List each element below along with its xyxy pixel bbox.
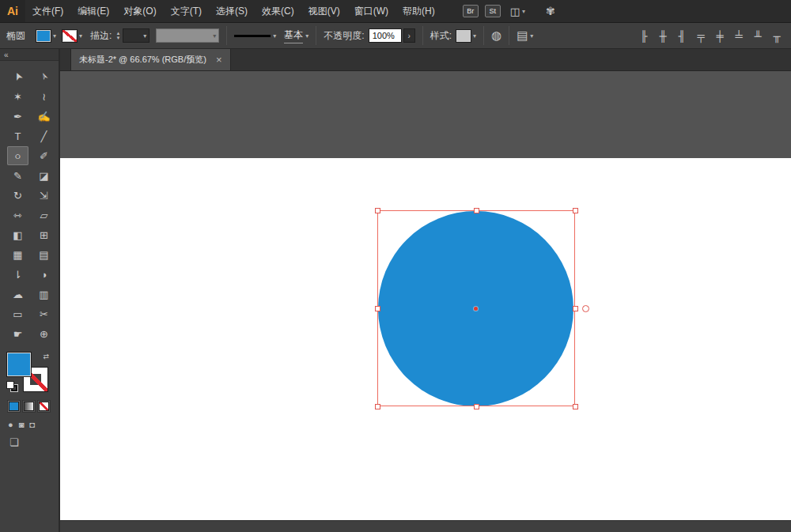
tools-grid: ➤ ➢ ✶ ≀ ✒ ✍ T ╱ ○ ✐ ✎ ◪ ↻ ⇲ ⇿ ▱ ◧ ⊞ ▦ ▤ … [0,61,59,343]
align-h-center-icon[interactable]: ╫ [655,30,671,42]
menu-select[interactable]: 选择(S) [209,0,255,22]
chevron-down-icon[interactable]: ▾ [305,32,308,40]
shaper-tool[interactable]: ✍ [33,107,55,126]
style-caret-icon[interactable]: ▾ [473,32,476,40]
gradient-button[interactable] [22,400,36,413]
chevron-down-icon: ▾ [143,32,146,40]
stepper-down-icon[interactable]: ▼ [115,36,120,40]
width-tool[interactable]: ⇿ [7,206,28,224]
hand-tool[interactable]: ☛ [7,324,28,343]
selection-handle-ne[interactable] [573,208,578,213]
magic-wand-tool[interactable]: ✶ [7,87,28,106]
opacity-panel-button[interactable]: › [403,28,415,43]
workspace-switcher-icon[interactable]: ✾ [546,5,555,17]
selection-handle-se[interactable] [573,404,578,409]
selection-handle-w[interactable] [375,306,380,311]
rotate-tool[interactable]: ↻ [7,186,28,205]
stroke-weight-dropdown[interactable]: ▾ [123,28,149,43]
fill-swatch[interactable] [7,353,31,376]
document-setup-icon[interactable]: ▤ [517,28,528,43]
document-tab[interactable]: 未标题-2* @ 66.67% (RGB/预览) × [70,49,231,70]
menu-effect[interactable]: 效果(C) [255,0,301,22]
menu-file[interactable]: 文件(F) [25,0,70,22]
selection-handle-nw[interactable] [375,208,380,213]
draw-normal-icon[interactable]: ● [8,420,13,429]
close-tab-icon[interactable]: × [216,55,222,65]
selection-handle-n[interactable] [474,208,479,213]
none-button[interactable] [37,400,51,413]
mesh-tool[interactable]: ▦ [7,245,28,264]
paintbrush-tool[interactable]: ✐ [33,146,55,165]
arrange-documents-icon[interactable]: ◫ [510,6,520,17]
symbol-sprayer-tool[interactable]: ☁ [7,285,28,304]
divider [509,26,509,45]
free-transform-tool[interactable]: ▱ [33,206,55,224]
graph-tool[interactable]: ▥ [33,285,55,304]
live-shape-widget[interactable] [582,305,589,312]
stock-button[interactable]: St [485,5,501,17]
swap-fill-stroke-icon[interactable]: ⇄ [43,353,49,360]
menu-view[interactable]: 视图(V) [301,0,347,22]
distribute-h-icon[interactable]: ╥ [769,30,785,42]
chevron-down-icon[interactable]: ▾ [530,32,533,40]
selection-handle-sw[interactable] [375,404,380,409]
menu-type[interactable]: 文字(T) [164,0,209,22]
menu-bar: Ai 文件(F) 编辑(E) 对象(O) 文字(T) 选择(S) 效果(C) 视… [0,0,791,23]
brush-definition-dropdown[interactable]: 基本 [284,28,303,43]
default-fill-stroke-icon[interactable] [7,382,19,392]
scale-tool[interactable]: ⇲ [33,186,55,205]
divider [422,26,423,45]
screen-mode-button[interactable]: ❏ [9,436,59,448]
distribute-v-icon[interactable]: ╨ [750,30,766,42]
stroke-color-swatch[interactable] [62,30,77,42]
chevron-down-icon[interactable]: ▾ [522,8,525,15]
lasso-tool[interactable]: ≀ [33,87,55,106]
gradient-tool[interactable]: ▤ [33,245,55,264]
align-bottom-icon[interactable]: ╧ [731,30,747,42]
collapse-panel-icon[interactable]: « [4,51,9,59]
selection-handle-s[interactable] [474,404,479,409]
shape-builder-tool[interactable]: ◧ [7,225,28,244]
brush-stroke-preview [234,35,271,37]
opacity-input[interactable] [369,28,402,43]
bridge-button[interactable]: Br [463,5,479,17]
blend-tool[interactable]: ◑ [33,265,55,284]
align-top-icon[interactable]: ╤ [693,30,709,42]
align-v-center-icon[interactable]: ╪ [712,30,728,42]
menu-edit[interactable]: 编辑(E) [70,0,116,22]
shape-center-point[interactable] [474,307,478,311]
align-group: ╟ ╫ ╢ ╤ ╪ ╧ ╨ ╥ [636,30,785,42]
divider [226,26,227,45]
line-tool[interactable]: ╱ [33,126,55,145]
align-left-icon[interactable]: ╟ [636,30,652,42]
fill-color-swatch[interactable] [36,30,51,42]
menu-help[interactable]: 帮助(H) [396,0,442,22]
draw-inside-icon[interactable]: ◘ [29,420,35,429]
draw-behind-icon[interactable]: ◙ [19,420,25,429]
graphic-style-swatch[interactable] [456,30,471,42]
status-strip [60,520,791,532]
stroke-weight-stepper[interactable]: ▲ ▼ [115,31,120,40]
menu-object[interactable]: 对象(O) [116,0,163,22]
align-right-icon[interactable]: ╢ [674,30,690,42]
artboard-tool[interactable]: ▭ [7,304,28,323]
recolor-artwork-icon[interactable]: ◍ [491,28,501,43]
stroke-caret-icon[interactable]: ▾ [79,32,82,40]
color-mode-buttons [7,400,59,413]
pen-tool[interactable]: ✒ [7,107,28,126]
type-tool[interactable]: T [7,126,28,145]
brush-caret-icon[interactable]: ▾ [273,32,276,40]
zoom-tool[interactable]: ⊕ [33,324,55,343]
selection-handle-e[interactable] [573,306,578,311]
eyedropper-tool[interactable]: ⇂ [7,265,28,284]
pencil-tool[interactable]: ✎ [7,166,28,185]
fill-caret-icon[interactable]: ▾ [53,32,56,40]
document-viewport[interactable] [60,71,791,532]
slice-tool[interactable]: ✂ [33,304,55,323]
eraser-tool[interactable]: ◪ [33,166,55,185]
ellipse-tool[interactable]: ○ [7,146,28,165]
color-button[interactable] [7,400,21,413]
variable-width-dropdown[interactable]: ▾ [156,28,219,43]
menu-window[interactable]: 窗口(W) [347,0,396,22]
perspective-grid-tool[interactable]: ⊞ [33,225,55,244]
